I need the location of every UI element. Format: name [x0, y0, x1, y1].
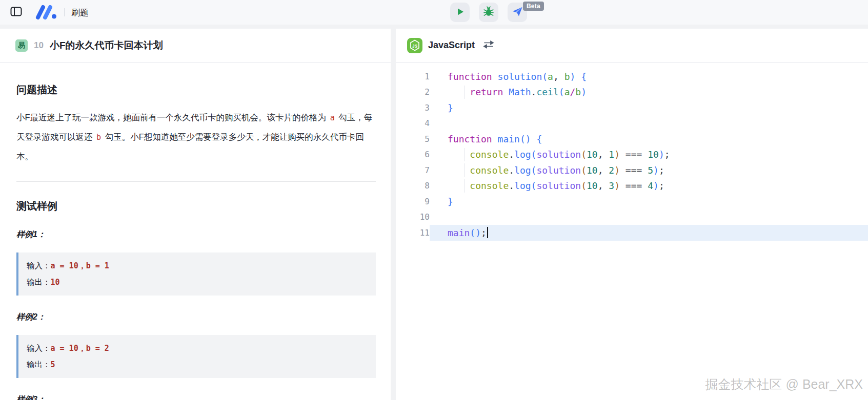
- code-token: log: [514, 180, 531, 191]
- code-token: .: [509, 165, 514, 176]
- code-token: (: [542, 71, 548, 82]
- beta-badge: Beta: [523, 2, 544, 11]
- code-token: 3: [609, 180, 614, 191]
- code-token: [492, 71, 498, 82]
- line-number[interactable]: 8: [396, 181, 430, 191]
- code-line-content: }: [430, 100, 868, 116]
- line-number[interactable]: 1: [396, 72, 430, 81]
- topbar: 刷题: [0, 0, 868, 25]
- description-text: 小F最近迷上了玩一款游戏，她面前有一个永久代币卡的购买机会。该卡片的价格为: [16, 113, 329, 122]
- line-number[interactable]: 3: [396, 103, 430, 113]
- code-token: console: [470, 165, 509, 176]
- sample-line-code: a = 10，b = 2: [51, 344, 109, 353]
- code-token: 10: [587, 149, 598, 160]
- nodejs-icon: JS: [407, 38, 422, 53]
- line-number[interactable]: 9: [396, 197, 430, 206]
- code-token: (: [531, 180, 537, 191]
- line-number[interactable]: 6: [396, 150, 430, 159]
- code-token: /: [570, 87, 575, 97]
- code-token: }: [448, 102, 453, 113]
- code-token: {: [581, 71, 587, 82]
- code-line-content: main();: [430, 225, 868, 241]
- problem-panel: 易 10 小F的永久代币卡回本计划 问题描述 小F最近迷上了玩一款游戏，她面前有…: [0, 29, 391, 400]
- problem-id: 10: [34, 40, 44, 51]
- code-line-2[interactable]: 2 return Math.ceil(a/b): [396, 85, 868, 100]
- code-token: ,: [598, 180, 609, 191]
- code-token: b: [564, 71, 570, 82]
- code-line-7[interactable]: 7 console.log(solution(10, 2) === 5);: [396, 162, 868, 178]
- code-token: function: [448, 134, 492, 144]
- code-token: ): [570, 71, 575, 82]
- code-token: ): [653, 165, 659, 176]
- code-line-3[interactable]: 3}: [396, 100, 868, 116]
- code-token: [448, 165, 470, 176]
- code-token: (): [470, 227, 481, 238]
- line-number[interactable]: 11: [396, 228, 430, 238]
- editor-panel: JS JavaScript 1function solution(a, b) {…: [396, 29, 868, 400]
- line-number[interactable]: 7: [396, 165, 430, 175]
- sample-line-code: 5: [51, 360, 55, 369]
- problem-content: 问题描述 小F最近迷上了玩一款游戏，她面前有一个永久代币卡的购买机会。该卡片的价…: [0, 62, 391, 400]
- code-line-10[interactable]: 10: [396, 209, 868, 225]
- code-token: .: [531, 87, 537, 97]
- code-token: ): [653, 180, 659, 191]
- code-token: }: [448, 196, 453, 207]
- swap-arrows-icon: [483, 40, 494, 51]
- code-line-content: console.log(solution(10, 1) === 10);: [430, 147, 868, 163]
- code-token: (: [581, 180, 587, 191]
- code-token: [492, 134, 498, 144]
- code-token: ,: [598, 149, 609, 160]
- code-token: [531, 134, 537, 144]
- code-token: solution: [498, 71, 542, 82]
- sample-line-label: 输出：: [27, 278, 51, 286]
- code-line-content: [430, 116, 868, 132]
- switch-language-button[interactable]: [482, 39, 495, 52]
- sample-line-code: a = 10，b = 1: [51, 261, 109, 270]
- samples-list: 样例1：输入：a = 10，b = 1输出：10样例2：输入：a = 10，b …: [16, 229, 376, 400]
- topbar-divider: [64, 8, 65, 16]
- code-token: a: [548, 71, 553, 82]
- code-token: ===: [620, 180, 648, 191]
- line-number[interactable]: 10: [396, 212, 430, 222]
- code-line-9[interactable]: 9}: [396, 194, 868, 209]
- sidebar-toggle-icon: [10, 6, 22, 18]
- code-token: [575, 71, 581, 82]
- code-token: ): [614, 180, 620, 191]
- code-token: 10: [587, 180, 598, 191]
- samples-heading: 测试样例: [16, 199, 376, 213]
- line-number[interactable]: 4: [396, 118, 430, 128]
- line-number[interactable]: 2: [396, 87, 430, 97]
- editor-header: JS JavaScript: [396, 29, 868, 62]
- code-token: main: [498, 134, 520, 144]
- code-line-4[interactable]: 4: [396, 116, 868, 132]
- app-title: 刷题: [71, 7, 89, 18]
- code-token: ): [614, 149, 620, 160]
- code-area[interactable]: 1function solution(a, b) {2 return Math.…: [396, 62, 868, 241]
- debug-button[interactable]: [479, 3, 498, 22]
- code-line-1[interactable]: 1function solution(a, b) {: [396, 69, 868, 85]
- code-token: ;: [664, 149, 670, 160]
- svg-text:JS: JS: [412, 43, 418, 48]
- editor-actions: [450, 3, 527, 22]
- code-token: solution: [536, 165, 581, 176]
- code-line-content: function solution(a, b) {: [430, 69, 868, 85]
- code-line-5[interactable]: 5function main() {: [396, 131, 868, 147]
- code-line-11[interactable]: 11main();: [396, 225, 868, 241]
- sidebar-toggle-button[interactable]: [7, 4, 25, 21]
- line-number[interactable]: 5: [396, 134, 430, 144]
- sample-block-1: 输入：a = 10，b = 1输出：10: [16, 252, 376, 296]
- code-line-content: }: [430, 194, 868, 209]
- code-token: ===: [620, 165, 648, 176]
- code-token: console: [470, 149, 509, 160]
- code-token: [448, 87, 470, 97]
- code-line-8[interactable]: 8 console.log(solution(10, 3) === 4);: [396, 178, 868, 194]
- code-line-content: console.log(solution(10, 3) === 4);: [430, 178, 868, 194]
- code-token: a: [564, 87, 570, 97]
- code-token: 5: [648, 165, 653, 176]
- content-divider: [16, 181, 376, 182]
- sample-line-code: 10: [51, 278, 60, 287]
- inline-code: a: [329, 113, 336, 122]
- code-line-6[interactable]: 6 console.log(solution(10, 1) === 10);: [396, 147, 868, 163]
- marscode-logo[interactable]: [34, 5, 57, 20]
- run-button[interactable]: [450, 3, 470, 22]
